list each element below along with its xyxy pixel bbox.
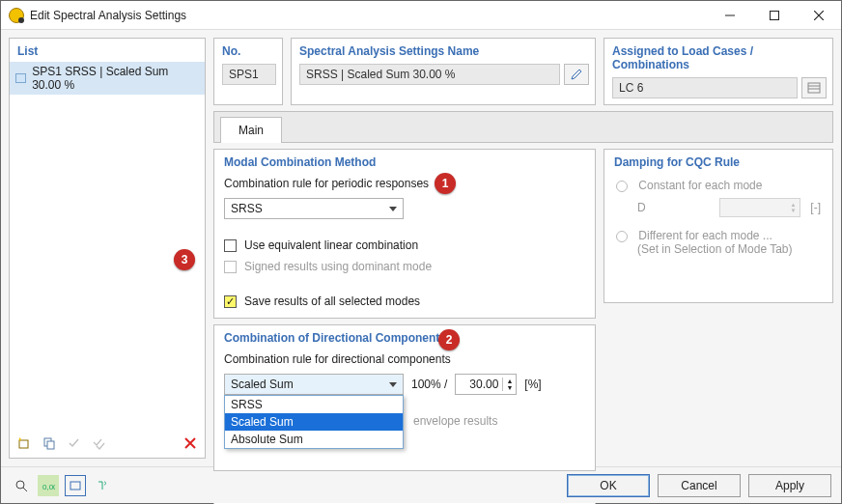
no-panel: No. SPS1	[213, 38, 283, 105]
footer-filter-button[interactable]	[92, 475, 113, 496]
edit-name-button[interactable]	[564, 64, 589, 85]
damping-diff-radio	[616, 231, 628, 242]
new-item-button[interactable]	[14, 433, 35, 454]
damping-group: Damping for CQC Rule Constant for each m…	[603, 149, 833, 303]
check-all-icon	[93, 436, 106, 450]
annotation-3: 3	[174, 249, 195, 270]
periodic-rule-label: Combination rule for periodic responses	[224, 177, 585, 190]
name-field[interactable]: SRSS | Scaled Sum 30.00 %	[299, 64, 560, 85]
close-button[interactable]	[797, 1, 841, 30]
tab-main[interactable]: Main	[220, 117, 282, 143]
d-label: D	[637, 201, 646, 214]
name-label: Spectral Analysis Settings Name	[292, 39, 595, 62]
units-icon: 0,00	[42, 479, 55, 492]
equiv-combo-checkbox[interactable]	[224, 239, 237, 252]
assigned-panel: Assigned to Load Cases / Combinations LC…	[603, 38, 833, 105]
directional-rule-select[interactable]: Scaled Sum	[224, 374, 404, 395]
check-down-button[interactable]	[64, 433, 85, 454]
modal-group-title: Modal Combination Method	[214, 150, 595, 173]
directional-group-title: Combination of Directional Components	[214, 325, 595, 349]
search-icon	[14, 479, 28, 492]
list-header: List	[10, 39, 205, 62]
modal-group: Modal Combination Method Combination rul…	[213, 149, 596, 319]
list-item-icon	[15, 73, 26, 83]
pencil-icon	[570, 68, 583, 81]
dialog-window: Edit Spectral Analysis Settings List	[0, 0, 842, 504]
close-icon	[814, 11, 824, 20]
new-icon	[17, 436, 31, 450]
assigned-label: Assigned to Load Cases / Combinations	[604, 39, 832, 75]
footer-find-button[interactable]	[11, 475, 32, 496]
minimize-icon	[725, 11, 735, 20]
cancel-button[interactable]: Cancel	[658, 474, 741, 497]
titlebar: Edit Spectral Analysis Settings	[1, 1, 841, 30]
maximize-icon	[770, 11, 779, 20]
rect-icon	[69, 479, 82, 492]
annotation-1: 1	[435, 173, 456, 194]
list-icon	[807, 82, 821, 94]
damping-diff-label: Different for each mode ...	[638, 229, 772, 242]
pct-second-input[interactable]: 30.00 ▲▼	[455, 374, 517, 395]
list-item[interactable]: SPS1 SRSS | Scaled Sum 30.00 %	[10, 62, 205, 95]
directional-rule-dropdown: SRSS Scaled Sum Absolute Sum	[224, 395, 404, 449]
no-field[interactable]: SPS1	[222, 64, 276, 85]
envelope-label: envelope results	[413, 414, 497, 428]
directional-rule-label: Combination rule for directional compone…	[224, 352, 585, 366]
svg-rect-1	[19, 440, 28, 448]
check-all-button[interactable]	[89, 433, 110, 454]
damping-diff-sublabel: (Set in Selection of Mode Tab)	[637, 242, 821, 256]
no-label: No.	[214, 39, 282, 62]
dropdown-option[interactable]: Absolute Sum	[225, 431, 403, 448]
annotation-2: 2	[438, 329, 460, 350]
chevron-down-icon	[389, 207, 397, 211]
svg-text:0,00: 0,00	[42, 483, 55, 491]
copy-item-button[interactable]	[39, 433, 60, 454]
minimize-button[interactable]	[708, 1, 752, 30]
svg-rect-9	[70, 482, 80, 490]
d-input: ▲▼	[719, 198, 800, 217]
list-item-label: SPS1 SRSS | Scaled Sum 30.00 %	[32, 65, 199, 92]
svg-rect-4	[808, 83, 820, 93]
signed-results-checkbox	[224, 261, 237, 273]
dropdown-option[interactable]: SRSS	[225, 396, 403, 413]
footer-units-button[interactable]: 0,00	[38, 475, 59, 496]
check-icon	[68, 436, 81, 450]
assigned-browse-button[interactable]	[801, 77, 827, 98]
delete-item-button[interactable]	[180, 433, 201, 454]
maximize-button[interactable]	[752, 1, 797, 30]
pct-first: 100% /	[411, 378, 447, 391]
footer-view-button[interactable]	[65, 475, 86, 496]
pct-unit: [%]	[524, 378, 541, 391]
apply-button[interactable]: Apply	[748, 474, 831, 497]
name-panel: Spectral Analysis Settings Name SRSS | S…	[291, 38, 596, 105]
damping-const-radio	[616, 181, 628, 192]
app-icon	[9, 8, 24, 23]
damping-const-label: Constant for each mode	[638, 179, 762, 192]
svg-rect-0	[771, 11, 779, 19]
d-unit: [-]	[810, 201, 821, 214]
list-toolbar: 3	[10, 429, 205, 458]
signed-results-label: Signed results using dominant mode	[244, 260, 432, 273]
save-results-checkbox[interactable]	[224, 295, 237, 308]
svg-point-7	[16, 481, 24, 489]
ok-button[interactable]: OK	[567, 474, 650, 497]
window-controls	[708, 1, 841, 30]
window-title: Edit Spectral Analysis Settings	[30, 9, 186, 22]
copy-icon	[42, 436, 56, 450]
list-panel: List SPS1 SRSS | Scaled Sum 30.00 % 3	[9, 38, 206, 459]
damping-group-title: Damping for CQC Rule	[604, 150, 832, 173]
periodic-rule-select[interactable]: SRSS	[224, 198, 404, 219]
svg-rect-3	[47, 441, 54, 449]
filter-icon	[96, 479, 109, 492]
assigned-field[interactable]: LC 6	[612, 77, 798, 98]
directional-group: Combination of Directional Components 2 …	[213, 324, 596, 471]
delete-icon	[184, 437, 196, 449]
equiv-combo-label: Use equivalent linear combination	[244, 238, 418, 252]
save-results-label: Save results of all selected modes	[244, 294, 420, 308]
dropdown-option[interactable]: Scaled Sum	[225, 413, 403, 431]
tabstrip: Main	[213, 111, 833, 143]
